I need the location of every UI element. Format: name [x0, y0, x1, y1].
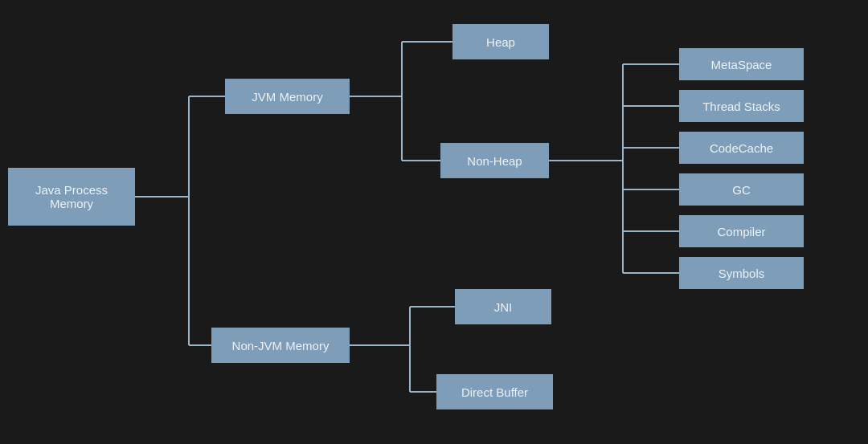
- compiler-label: Compiler: [717, 225, 765, 238]
- diagram: Java Process Memory JVM Memory Non-JVM M…: [0, 0, 868, 444]
- metaspace-node: MetaSpace: [679, 48, 804, 80]
- thread-stacks-node: Thread Stacks: [679, 90, 804, 122]
- metaspace-label: MetaSpace: [711, 58, 772, 71]
- symbols-label: Symbols: [719, 267, 765, 280]
- direct-buffer-label: Direct Buffer: [461, 385, 528, 399]
- gc-node: GC: [679, 173, 804, 206]
- symbols-node: Symbols: [679, 257, 804, 289]
- code-cache-label: CodeCache: [710, 141, 773, 155]
- heap-label: Heap: [486, 35, 515, 49]
- jni-label: JNI: [494, 300, 513, 314]
- jvm-memory-node: JVM Memory: [225, 79, 350, 114]
- jvm-memory-label: JVM Memory: [252, 90, 322, 104]
- gc-label: GC: [732, 183, 751, 197]
- non-heap-label: Non-Heap: [467, 154, 522, 168]
- heap-node: Heap: [452, 24, 549, 59]
- code-cache-node: CodeCache: [679, 132, 804, 164]
- java-process-memory-node: Java Process Memory: [8, 168, 135, 226]
- java-process-memory-label: Java Process Memory: [16, 183, 127, 210]
- jni-node: JNI: [455, 289, 551, 324]
- non-jvm-memory-node: Non-JVM Memory: [211, 328, 350, 363]
- thread-stacks-label: Thread Stacks: [702, 100, 780, 113]
- direct-buffer-node: Direct Buffer: [436, 374, 553, 409]
- non-heap-node: Non-Heap: [440, 143, 549, 178]
- non-jvm-memory-label: Non-JVM Memory: [232, 339, 330, 352]
- compiler-node: Compiler: [679, 215, 804, 247]
